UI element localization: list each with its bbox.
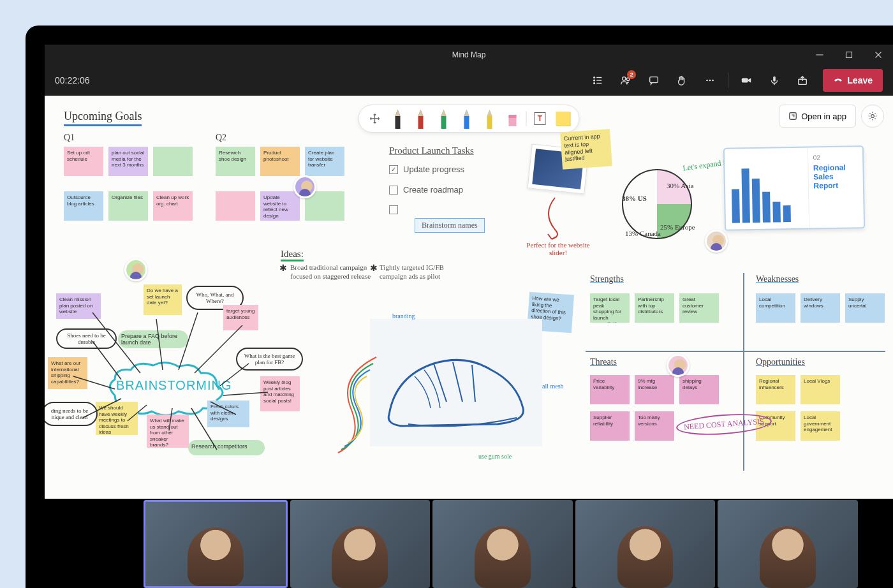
- share-icon[interactable]: [790, 69, 815, 92]
- svg-point-10: [623, 77, 626, 80]
- slide-card[interactable]: 02 Regional Sales Report: [723, 145, 865, 231]
- participant-tile[interactable]: [432, 500, 573, 588]
- sticky-note[interactable]: Clean up work org. chart: [153, 191, 193, 221]
- sticky-note-tool-icon[interactable]: [554, 109, 573, 128]
- sticky-note[interactable]: We should have weekly meetings to discus…: [96, 402, 138, 435]
- raise-hand-icon[interactable]: [669, 69, 695, 92]
- pen-green-icon[interactable]: [434, 109, 454, 128]
- camera-icon[interactable]: [734, 69, 759, 92]
- open-in-app-button[interactable]: Open in app: [779, 105, 856, 128]
- bubble[interactable]: What is the best game plan for FB?: [236, 348, 303, 371]
- sticky-note[interactable]: shipping delays: [679, 375, 719, 404]
- checkbox-checked-icon[interactable]: ✓: [389, 165, 398, 174]
- sticky-note[interactable]: Create plan for website transfer: [305, 147, 344, 176]
- svg-point-13: [706, 80, 708, 82]
- more-icon[interactable]: [697, 69, 723, 92]
- sticky-note[interactable]: Weekly blog post articles and matching s…: [260, 376, 300, 411]
- close-button[interactable]: [864, 45, 893, 65]
- layout-icon[interactable]: [585, 69, 610, 92]
- strengths-title: Strengths: [590, 274, 624, 284]
- sticky-note[interactable]: Update website to reflect new design: [260, 191, 300, 221]
- pen-red-icon[interactable]: [411, 109, 431, 128]
- sticky-note[interactable]: [153, 147, 193, 176]
- sticky-note[interactable]: Outsource blog articles: [64, 191, 103, 221]
- participant-tile[interactable]: [144, 500, 288, 588]
- settings-button[interactable]: [861, 105, 884, 128]
- svg-rect-1: [846, 52, 852, 58]
- sticky-note[interactable]: Regional influencers: [756, 375, 795, 404]
- mic-icon[interactable]: [762, 69, 787, 92]
- whiteboard-canvas[interactable]: T Open in app Upcoming Goals Q1 Q2 Set u…: [45, 96, 893, 499]
- sticky-note[interactable]: Fresh colors with clean designs: [207, 401, 249, 427]
- sticky-note[interactable]: Research competitors: [188, 440, 265, 455]
- sticky-note[interactable]: 9% mfg increase: [635, 375, 674, 404]
- svg-rect-16: [742, 78, 748, 82]
- sticky-note[interactable]: target young audiences: [223, 305, 258, 330]
- slide-num: 02: [813, 153, 858, 161]
- people-badge: 2: [627, 70, 636, 79]
- sticky-note[interactable]: Set up crit schedule: [64, 147, 103, 176]
- titlebar: Mind Map: [45, 45, 893, 65]
- task-item[interactable]: [389, 205, 398, 214]
- people-icon[interactable]: 2: [613, 69, 638, 92]
- svg-point-15: [712, 80, 714, 82]
- sticky-note[interactable]: Local competition: [756, 293, 795, 323]
- sticky-note[interactable]: plan out social media for the next 3 mon…: [108, 147, 148, 176]
- sticky-note[interactable]: Too many versions: [635, 411, 674, 441]
- avatar: [705, 230, 728, 253]
- sticky-note[interactable]: Supply uncertai: [845, 293, 885, 323]
- task-item[interactable]: ✓ Update progress: [389, 165, 464, 174]
- sticky-note[interactable]: Prepare a FAQ before launch date: [118, 330, 188, 348]
- participant-tile[interactable]: [290, 500, 431, 588]
- sticky-note[interactable]: Partnership with top distributors: [635, 293, 674, 323]
- sticky-note[interactable]: Research shoe design: [216, 147, 255, 176]
- pen-yellow-icon[interactable]: [480, 109, 499, 128]
- svg-rect-12: [650, 77, 658, 83]
- sticky-note[interactable]: Do we have a set launch date yet?: [144, 284, 182, 315]
- move-tool-icon[interactable]: [365, 109, 385, 128]
- ideas-title: Ideas:: [281, 249, 304, 261]
- tasks-title: Product Launch Tasks: [389, 145, 474, 156]
- sticky-note[interactable]: What will make us stand out from other s…: [147, 415, 189, 448]
- sticky-note[interactable]: [216, 191, 255, 221]
- sticky-note[interactable]: Local Vlogs: [801, 375, 840, 404]
- bar-chart-icon: [725, 148, 809, 230]
- shoe-sketch[interactable]: [370, 319, 542, 446]
- sticky-note[interactable]: Delivery windows: [801, 293, 840, 323]
- bubble[interactable]: ding needs to be nique and clean: [45, 402, 98, 426]
- bubble[interactable]: Shoes need to be durable: [56, 328, 117, 349]
- sticky-note[interactable]: Clean mission plan posted on website: [56, 293, 101, 319]
- svg-point-22: [871, 115, 875, 118]
- sticky-note[interactable]: Current in app text is top aligned left …: [560, 129, 612, 169]
- leave-button[interactable]: Leave: [823, 69, 883, 92]
- star-icon: ✱: [279, 263, 287, 273]
- pen-blue-icon[interactable]: [457, 109, 476, 128]
- participant-tile[interactable]: [575, 500, 716, 588]
- avatar: [124, 258, 147, 281]
- pen-black-icon[interactable]: [388, 109, 408, 128]
- sticky-note[interactable]: Great customer review: [679, 293, 719, 323]
- sticky-note[interactable]: Local government engagement: [801, 411, 840, 441]
- checkbox-icon[interactable]: [389, 186, 398, 195]
- idea-text: Broad traditional campaign focused on st…: [290, 263, 380, 281]
- sticky-note[interactable]: Organize files: [108, 191, 148, 221]
- sticky-note[interactable]: Price variability: [590, 375, 630, 404]
- text-tool-icon[interactable]: T: [531, 109, 550, 128]
- sticky-note[interactable]: Supplier reliability: [590, 411, 630, 441]
- slider-note: Perfect for the website slider!: [526, 241, 590, 256]
- sticky-note[interactable]: What are our international shipping capa…: [48, 357, 87, 389]
- sticky-note[interactable]: Target local peak shopping for launch pr…: [590, 293, 630, 323]
- eraser-icon[interactable]: [503, 109, 522, 128]
- minimize-button[interactable]: [805, 45, 834, 65]
- chat-icon[interactable]: [641, 69, 667, 92]
- q2-label: Q2: [216, 133, 226, 143]
- task-input[interactable]: Brainstorm names: [415, 218, 485, 233]
- checkbox-icon[interactable]: [389, 205, 398, 214]
- sticky-note[interactable]: Product photoshoot: [260, 147, 300, 176]
- opportunities-title: Opportunities: [756, 357, 805, 367]
- leave-label: Leave: [847, 75, 873, 85]
- participant-tile[interactable]: [718, 500, 858, 588]
- maximize-button[interactable]: [834, 45, 864, 65]
- avatar: [667, 354, 690, 377]
- task-item[interactable]: Create roadmap: [389, 185, 463, 195]
